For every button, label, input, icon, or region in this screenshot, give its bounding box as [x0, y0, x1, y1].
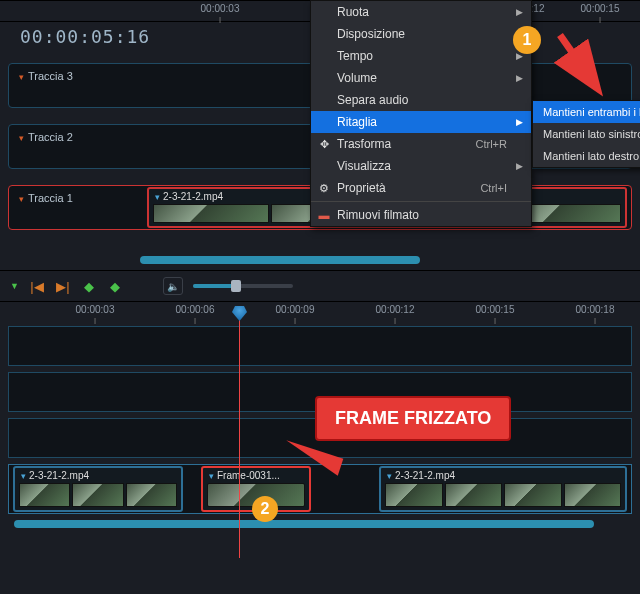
gear-icon: ⚙ — [317, 181, 331, 195]
submenu-mantieni-sinistro[interactable]: Mantieni lato sinistro — [533, 123, 640, 145]
track-label: Traccia 2 — [19, 131, 73, 143]
play-icon[interactable]: ▼ — [10, 281, 19, 291]
submenu-arrow-icon: ▶ — [516, 117, 523, 127]
clip-title: Frame-0031... — [209, 470, 280, 481]
ctx-proprieta[interactable]: ⚙ Proprietà Ctrl+I — [311, 177, 531, 199]
ctx-rimuovi-filmato[interactable]: ▬ Rimuovi filmato — [311, 204, 531, 226]
context-menu: Ruota▶ Disposizione▶ Tempo▶ Volume▶ Sepa… — [310, 0, 532, 227]
track-label: Traccia 3 — [19, 70, 73, 82]
marker-in-icon[interactable]: ◆ — [81, 278, 97, 294]
context-submenu-ritaglia: Mantieni entrambi i lati Mantieni lato s… — [532, 100, 640, 168]
ruler-tick: 00:00:15 — [581, 3, 620, 14]
zoom-slider[interactable] — [193, 284, 293, 288]
ruler-tick: 00:00:15 — [476, 304, 515, 315]
annotation-badge-1: 1 — [513, 26, 541, 54]
clip-title: 2-3-21-2.mp4 — [387, 470, 455, 481]
clip-title: 2-3-21-2.mp4 — [21, 470, 89, 481]
ctx-tempo[interactable]: Tempo▶ — [311, 45, 531, 67]
prev-frame-button[interactable]: |◀ — [29, 278, 45, 294]
submenu-arrow-icon: ▶ — [516, 7, 523, 17]
svg-line-0 — [560, 35, 595, 85]
ruler-tick: 00:00:18 — [576, 304, 615, 315]
clip-title: 2-3-21-2.mp4 — [155, 191, 223, 202]
ctx-volume[interactable]: Volume▶ — [311, 67, 531, 89]
shortcut-label: Ctrl+R — [476, 138, 507, 150]
ruler-tick: 00:00:03 — [76, 304, 115, 315]
annotation-callout: FRAME FRIZZATO — [315, 396, 511, 441]
submenu-mantieni-entrambi[interactable]: Mantieni entrambi i lati — [533, 101, 640, 123]
track-row-video[interactable]: 2-3-21-2.mp4 Frame-0031... 2-3-21-2.mp4 — [8, 464, 632, 514]
ruler-tick: 00:00:06 — [176, 304, 215, 315]
volume-icon[interactable]: 🔈 — [163, 277, 183, 295]
next-frame-button[interactable]: ▶| — [55, 278, 71, 294]
submenu-arrow-icon: ▶ — [516, 161, 523, 171]
shortcut-label: Ctrl+I — [480, 182, 507, 194]
clip-c[interactable]: 2-3-21-2.mp4 — [379, 466, 627, 512]
clip-a[interactable]: 2-3-21-2.mp4 — [13, 466, 183, 512]
clip-thumbnail-strip — [385, 483, 621, 507]
submenu-arrow-icon: ▶ — [516, 73, 523, 83]
ctx-ruota[interactable]: Ruota▶ — [311, 1, 531, 23]
ruler-tick: 00:00:12 — [376, 304, 415, 315]
submenu-mantieni-destro[interactable]: Mantieni lato destro — [533, 145, 640, 167]
playhead[interactable] — [239, 308, 240, 558]
track-row-empty-a[interactable] — [8, 326, 632, 366]
annotation-arrow-icon — [550, 30, 620, 100]
ctx-ritaglia[interactable]: Ritaglia▶ — [311, 111, 531, 133]
ruler-tick: 00:00:09 — [276, 304, 315, 315]
timeline-bottom-panel: ▼ |◀ ▶| ◆ ◆ 🔈 00:00:03 00:00:06 00:00:09… — [0, 270, 640, 528]
transform-icon: ✥ — [317, 137, 331, 151]
toolbar-bottom: ▼ |◀ ▶| ◆ ◆ 🔈 — [0, 270, 640, 302]
timeline-ruler-bottom[interactable]: 00:00:03 00:00:06 00:00:09 00:00:12 00:0… — [0, 302, 640, 326]
ruler-tick: 00:00:03 — [201, 3, 240, 14]
scrollbar-horizontal[interactable] — [140, 256, 420, 264]
playhead-timecode: 00:00:05:16 — [20, 26, 150, 47]
ctx-disposizione[interactable]: Disposizione▶ — [311, 23, 531, 45]
minus-icon: ▬ — [317, 208, 331, 222]
menu-separator — [311, 201, 531, 202]
ctx-visualizza[interactable]: Visualizza▶ — [311, 155, 531, 177]
clip-thumbnail-strip — [19, 483, 177, 507]
marker-out-icon[interactable]: ◆ — [107, 278, 123, 294]
annotation-badge-2: 2 — [252, 496, 278, 522]
ctx-trasforma[interactable]: ✥ Trasforma Ctrl+R — [311, 133, 531, 155]
scrollbar-horizontal-bottom[interactable] — [14, 520, 594, 528]
ctx-separa-audio[interactable]: Separa audio — [311, 89, 531, 111]
timeline-top-panel: 00:00:03 00:00:12 00:00:15 00:00:05:16 T… — [0, 0, 640, 270]
track-label: Traccia 1 — [19, 192, 73, 204]
